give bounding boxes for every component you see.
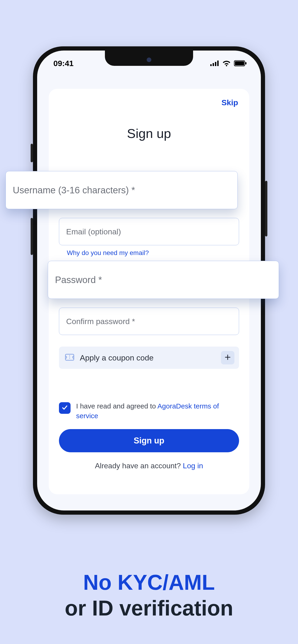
why-email-link[interactable]: Why do you need my email? [67, 249, 149, 257]
svg-rect-2 [215, 62, 216, 66]
confirm-password-input[interactable] [66, 317, 232, 326]
status-icons [210, 60, 247, 66]
terms-text: I have read and agreed to AgoraDesk term… [76, 401, 239, 421]
email-input[interactable] [66, 227, 232, 236]
battery-icon [234, 60, 247, 66]
svg-rect-6 [245, 62, 246, 64]
svg-rect-5 [235, 61, 244, 65]
terms-checkbox[interactable] [59, 402, 71, 414]
page-title: Sign up [59, 126, 239, 141]
confirm-password-field[interactable] [59, 308, 239, 335]
plus-icon [224, 354, 231, 362]
status-time: 09:41 [53, 59, 74, 68]
wifi-icon [222, 60, 231, 66]
coupon-row[interactable]: Apply a coupon code [59, 346, 239, 369]
phone-notch [105, 50, 193, 66]
marketing-line-1: No KYC/AML [0, 570, 298, 594]
coupon-add-button[interactable] [221, 351, 234, 364]
username-field[interactable] [6, 171, 238, 209]
signup-form: Why do you need my email? [59, 171, 239, 470]
side-button [265, 181, 267, 236]
terms-row: I have read and agreed to AgoraDesk term… [59, 401, 239, 421]
signup-card: Skip Sign up Why do you need my email? [49, 89, 249, 494]
side-button [31, 144, 33, 162]
side-button [31, 218, 33, 255]
phone-screen: 09:41 [37, 50, 261, 510]
terms-prefix: I have read and agreed to [76, 402, 157, 410]
cellular-icon [210, 60, 219, 66]
phone-frame: 09:41 [33, 46, 265, 515]
coupon-icon [65, 354, 74, 362]
already-have-account: Already have an account? Log in [59, 462, 239, 470]
password-field[interactable] [48, 261, 279, 299]
already-prefix: Already have an account? [95, 462, 183, 470]
signup-button[interactable]: Sign up [59, 429, 239, 452]
coupon-label: Apply a coupon code [80, 353, 215, 362]
login-link[interactable]: Log in [183, 462, 203, 470]
marketing-copy: No KYC/AML or ID verification [0, 570, 298, 620]
password-input[interactable] [55, 275, 272, 285]
svg-rect-3 [217, 60, 219, 66]
marketing-line-2: or ID verification [0, 596, 298, 620]
email-field[interactable] [59, 218, 239, 245]
check-icon [61, 404, 68, 412]
skip-button[interactable]: Skip [221, 98, 238, 107]
username-input[interactable] [13, 185, 230, 196]
svg-rect-1 [213, 63, 214, 66]
svg-rect-0 [210, 64, 212, 66]
